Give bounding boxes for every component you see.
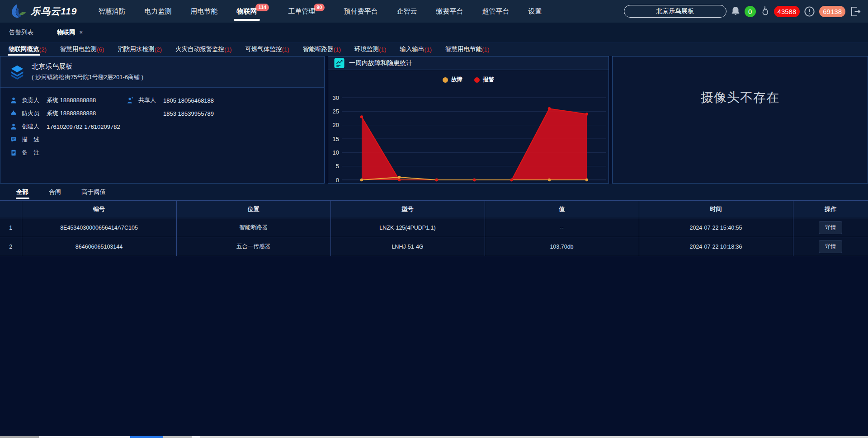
person-icon	[10, 123, 17, 130]
subtab-label: 可燃气体监控	[245, 45, 282, 53]
legend-item-alarm[interactable]: 报警	[474, 76, 494, 84]
subtab-count: (1)	[282, 46, 290, 53]
devtab-above-threshold[interactable]: 高于阈值	[81, 184, 106, 200]
field-value: 1853 18539955789	[163, 110, 214, 117]
chart-icon	[334, 58, 344, 68]
top-navbar: 乐鸟云119 智慧消防 电力监测 用电节能 物联网 114 工单管理 90 预付…	[0, 0, 868, 23]
subtab-label: 智慧用电节能	[445, 45, 482, 53]
subtab-input-output[interactable]: 输入输出(1)	[393, 42, 439, 56]
subtab-count: (1)	[482, 46, 490, 53]
cell-value: --	[485, 218, 639, 237]
subtab-label: 火灾自动报警监控	[175, 45, 224, 53]
nav-item-qizhiyun[interactable]: 企智云	[387, 0, 426, 23]
cell-no: 8E4534030000656414A7C105	[22, 218, 176, 237]
site-info-header: 北京乐鸟展板 ( 沙河镇路松街75号院1号楼2层201-6商铺 )	[0, 57, 324, 88]
subtab-label: 消防用水检测	[118, 45, 155, 53]
wtab-iot[interactable]: 物联网 ×	[57, 28, 83, 37]
nav-item-energy-saving[interactable]: 用电节能	[181, 0, 227, 23]
fireman-row: 防火员 系统 18888888888	[10, 110, 127, 117]
subtab-label: 智能断路器	[303, 45, 334, 53]
nav-item-label: 用电节能	[190, 0, 217, 23]
field-value: 1805 18056468188	[163, 97, 214, 104]
nav-item-label: 预付费平台	[344, 0, 377, 23]
bell-count-badge[interactable]: 0	[745, 6, 756, 17]
subtab-fire-alarm-monitor[interactable]: 火灾自动报警监控(1)	[169, 42, 239, 56]
cell-model: LNHJ-51-4G	[330, 237, 485, 256]
scrollbar-segment	[192, 436, 200, 438]
subtab-gas-monitor[interactable]: 可燃气体监控(1)	[239, 42, 297, 56]
bell-icon[interactable]	[731, 6, 741, 17]
detail-button[interactable]: 详情	[819, 221, 842, 234]
subtab-fire-water[interactable]: 消防用水检测(2)	[111, 42, 169, 56]
col-action: 操作	[793, 201, 868, 218]
logout-icon[interactable]	[849, 5, 862, 18]
fault-alarm-chart: 051015202530	[328, 86, 609, 183]
horizontal-scrollbar[interactable]	[0, 436, 868, 438]
legend-dot-alarm	[474, 77, 480, 83]
fault-count-badge[interactable]: 69138	[819, 6, 845, 17]
nav-item-label: 缴费平台	[436, 0, 463, 23]
wtab-label: 告警列表	[9, 28, 33, 37]
subtab-count: (1)	[425, 46, 432, 53]
field-label: 共享人	[138, 96, 163, 104]
site-info-panel: 北京乐鸟展板 ( 沙河镇路松街75号院1号楼2层201-6商铺 ) 负责人 系统…	[0, 56, 325, 184]
alarm-count-badge[interactable]: 43588	[774, 6, 800, 17]
helmet-icon	[10, 110, 17, 117]
nav-item-label: 工单管理	[288, 0, 315, 23]
cell-index: 1	[0, 218, 22, 237]
owner-row: 负责人 系统 18888888888	[10, 97, 127, 104]
col-location: 位置	[176, 201, 330, 218]
subtab-smart-breaker[interactable]: 智能断路器(1)	[296, 42, 348, 56]
field-label: 防火员	[22, 109, 47, 118]
subtab-smart-power-monitor[interactable]: 智慧用电监测(6)	[53, 42, 111, 56]
share-row: 共享人 1805 18056468188	[127, 97, 315, 104]
window-tabs-bar: 告警列表 物联网 ×	[0, 23, 868, 42]
flame-icon[interactable]	[760, 5, 770, 17]
topbar-right-controls: 北京乐鸟展板 0 43588 69138	[624, 5, 862, 18]
cell-time: 2024-07-22 15:40:55	[639, 218, 793, 237]
description-row: 描 述	[10, 136, 127, 143]
nav-item-payment-platform[interactable]: 缴费平台	[426, 0, 472, 23]
svg-text:0: 0	[336, 177, 339, 183]
nav-item-label: 电力监测	[144, 0, 171, 23]
site-name: 北京乐鸟展板	[32, 62, 143, 71]
subtab-smart-energy-saving[interactable]: 智慧用电节能(1)	[439, 42, 496, 56]
nav-item-power-monitor[interactable]: 电力监测	[135, 0, 181, 23]
project-selector-button[interactable]: 北京乐鸟展板	[624, 5, 726, 18]
exclamation-icon[interactable]	[804, 6, 815, 17]
svg-text:30: 30	[333, 94, 339, 101]
svg-text:20: 20	[333, 122, 339, 128]
devtab-all[interactable]: 全部	[16, 184, 28, 200]
subtab-environment[interactable]: 环境监测(1)	[348, 42, 393, 56]
cell-location: 智能断路器	[176, 218, 330, 237]
cell-no: 864606065103144	[22, 237, 176, 256]
device-table: 编号 位置 型号 值 时间 操作 1 8E4534030000656414A7C…	[0, 200, 868, 256]
weekly-fault-alarm-panel: 一周内故障和隐患统计 故障 报警 051015202530	[328, 56, 609, 184]
nav-item-iot[interactable]: 物联网 114	[227, 0, 278, 23]
subtab-label: 智慧用电监测	[60, 45, 97, 53]
site-info-details: 负责人 系统 18888888888 防火员 系统 18888888888 创建…	[0, 88, 324, 162]
legend-label: 报警	[483, 76, 494, 84]
cell-location: 五合一传感器	[176, 237, 330, 256]
nav-item-smart-fire[interactable]: 智慧消防	[89, 0, 135, 23]
subtab-iot-overview[interactable]: 物联网概览(2)	[2, 42, 53, 56]
nav-workorder-badge: 90	[314, 4, 325, 11]
cell-model: LNZK-125(4PUDP1.1)	[330, 218, 485, 237]
nav-item-settings[interactable]: 设置	[519, 0, 551, 23]
nav-item-admin-platform[interactable]: 超管平台	[472, 0, 519, 23]
scrollbar-thumb[interactable]	[130, 436, 163, 438]
devtab-closed[interactable]: 合闸	[49, 184, 61, 200]
detail-button[interactable]: 详情	[819, 240, 842, 253]
subtab-count: (1)	[224, 46, 232, 53]
nav-item-label: 超管平台	[482, 0, 509, 23]
legend-item-fault[interactable]: 故障	[443, 76, 462, 84]
nav-item-work-orders[interactable]: 工单管理 90	[278, 0, 334, 23]
wtab-alarm-list[interactable]: 告警列表	[9, 28, 33, 37]
subtab-label: 物联网概览	[9, 45, 39, 53]
iot-subtabs-bar: 物联网概览(2) 智慧用电监测(6) 消防用水检测(2) 火灾自动报警监控(1)…	[0, 42, 868, 56]
legend-label: 故障	[451, 76, 462, 84]
close-tab-icon[interactable]: ×	[80, 29, 83, 36]
scrollbar-segment	[0, 436, 39, 438]
nav-item-prepaid-platform[interactable]: 预付费平台	[334, 0, 387, 23]
document-icon	[10, 150, 17, 156]
